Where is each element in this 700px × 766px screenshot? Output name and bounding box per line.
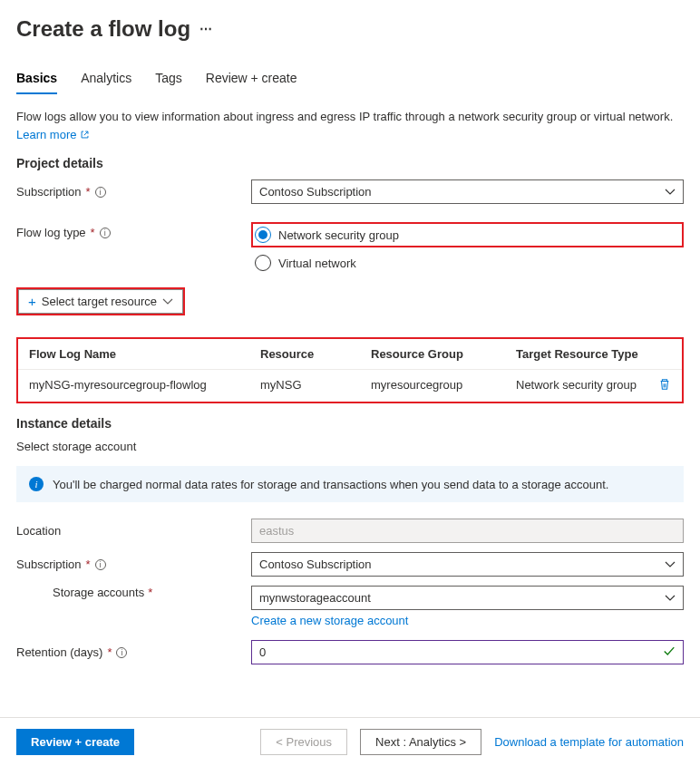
trash-icon xyxy=(658,378,671,391)
download-template-link[interactable]: Download a template for automation xyxy=(494,735,684,749)
storage-account-select[interactable]: mynwstorageaccount xyxy=(251,586,684,610)
info-icon[interactable]: i xyxy=(116,647,127,658)
external-link-icon xyxy=(80,130,90,140)
radio-vnet[interactable]: Virtual network xyxy=(251,255,684,271)
next-button[interactable]: Next : Analytics > xyxy=(360,729,481,755)
col-flow-log-name: Flow Log Name xyxy=(29,347,260,361)
radio-icon xyxy=(255,255,271,271)
learn-more-link[interactable]: Learn more xyxy=(16,128,90,141)
review-create-button[interactable]: Review + create xyxy=(16,729,134,755)
page-title: Create a flow log ⋯ xyxy=(16,16,684,42)
label-storage-subscription: Subscription xyxy=(16,558,82,571)
label-retention: Retention (days) xyxy=(16,645,102,659)
flow-log-type-radiogroup: Network security group Virtual network xyxy=(251,222,684,271)
info-icon[interactable]: i xyxy=(95,187,106,198)
intro-text: Flow logs allow you to view information … xyxy=(16,108,684,143)
info-icon[interactable]: i xyxy=(95,559,106,570)
label-location: Location xyxy=(16,524,61,538)
tab-basics[interactable]: Basics xyxy=(16,67,57,94)
create-storage-link[interactable]: Create a new storage account xyxy=(251,614,408,627)
label-storage-accounts: Storage accounts xyxy=(53,586,144,599)
select-target-resource-button[interactable]: + Select target resource xyxy=(18,289,183,314)
chevron-down-icon xyxy=(665,593,676,604)
chevron-down-icon xyxy=(665,559,676,570)
tab-row: Basics Analytics Tags Review + create xyxy=(16,67,684,95)
check-icon xyxy=(663,645,676,660)
chevron-down-icon xyxy=(162,296,173,307)
label-select-storage: Select storage account xyxy=(16,440,684,453)
table-row: myNSG-myresourcegroup-flowlog myNSG myre… xyxy=(18,370,682,402)
chevron-down-icon xyxy=(665,187,676,198)
target-resource-table: Flow Log Name Resource Resource Group Ta… xyxy=(16,337,684,403)
label-subscription: Subscription xyxy=(16,185,82,199)
section-project-details: Project details xyxy=(16,156,684,170)
col-target-type: Target Resource Type xyxy=(516,347,649,361)
previous-button: < Previous xyxy=(260,729,347,755)
footer-bar: Review + create < Previous Next : Analyt… xyxy=(0,717,700,764)
label-flow-log-type: Flow log type xyxy=(16,226,86,239)
location-field: eastus xyxy=(251,519,684,543)
col-resource-group: Resource Group xyxy=(371,347,516,361)
info-icon: i xyxy=(29,477,44,491)
radio-nsg[interactable]: Network security group xyxy=(255,227,399,243)
delete-row-button[interactable] xyxy=(658,380,671,393)
radio-icon xyxy=(255,227,271,243)
tab-review-create[interactable]: Review + create xyxy=(206,67,297,94)
col-resource: Resource xyxy=(260,347,371,361)
retention-input[interactable]: 0 xyxy=(251,640,684,664)
tab-tags[interactable]: Tags xyxy=(155,67,182,94)
tab-analytics[interactable]: Analytics xyxy=(81,67,131,94)
storage-billing-banner: i You'll be charged normal data rates fo… xyxy=(16,466,684,502)
plus-icon: + xyxy=(28,295,36,308)
info-icon[interactable]: i xyxy=(100,228,111,238)
subscription-select[interactable]: Contoso Subscription xyxy=(251,179,684,204)
storage-subscription-select[interactable]: Contoso Subscription xyxy=(251,552,684,577)
section-instance-details: Instance details xyxy=(16,416,684,431)
more-actions-icon[interactable]: ⋯ xyxy=(199,22,213,36)
page-title-text: Create a flow log xyxy=(16,16,190,42)
